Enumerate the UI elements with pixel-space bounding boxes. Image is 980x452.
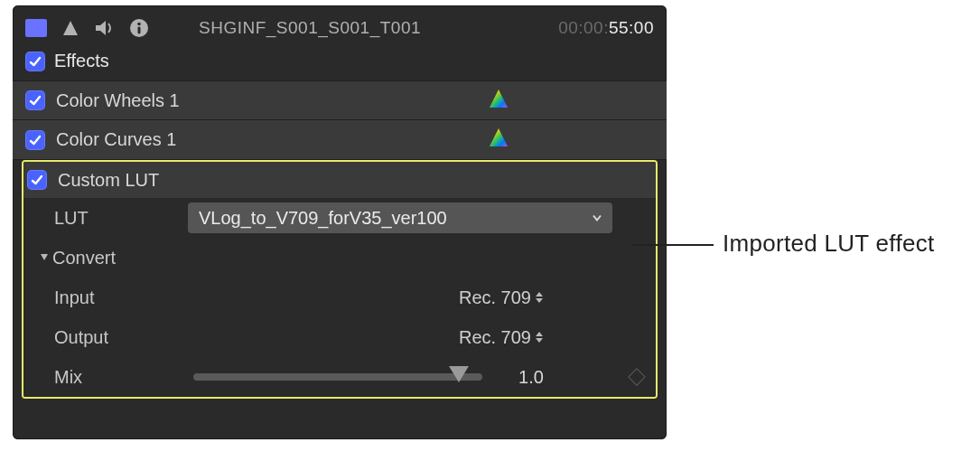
svg-marker-3 [63, 21, 78, 35]
convert-group-header[interactable]: Convert [23, 238, 656, 278]
stepper-icon [535, 331, 544, 344]
effect-checkbox[interactable] [25, 90, 45, 110]
timecode: 00:00:55:00 [558, 18, 654, 38]
effect-row-color-curves[interactable]: Color Curves 1 [13, 120, 667, 160]
effect-checkbox[interactable] [25, 130, 45, 150]
output-value: Rec. 709 [459, 327, 531, 348]
lut-select[interactable]: VLog_to_V709_forV35_ver100 [188, 202, 612, 233]
effect-row-custom-lut[interactable]: Custom LUT [23, 162, 656, 198]
svg-marker-14 [536, 338, 543, 343]
stepper-icon [535, 291, 544, 304]
inspector-panel: SHGINF_S001_S001_T001 00:00:55:00 Effect… [13, 5, 667, 439]
output-param-label: Output [54, 327, 190, 348]
effects-section-label: Effects [54, 51, 109, 71]
mix-param-label: Mix [54, 367, 190, 388]
svg-marker-10 [41, 254, 48, 260]
effect-label: Custom LUT [58, 170, 643, 191]
clip-title: SHGINF_S001_S001_T001 [163, 18, 546, 38]
input-param-row: Input Rec. 709 [23, 278, 656, 317]
audio-tab-icon[interactable] [94, 17, 116, 39]
color-effect-icon[interactable] [488, 127, 509, 153]
lut-select-value: VLog_to_V709_forV35_ver100 [199, 208, 447, 229]
svg-marker-8 [490, 89, 508, 108]
input-value: Rec. 709 [459, 287, 531, 308]
svg-rect-7 [138, 27, 141, 34]
convert-group-label: Convert [52, 248, 188, 268]
mix-param-row: Mix 1.0 [23, 357, 656, 397]
lut-param-label: LUT [54, 208, 188, 229]
svg-marker-12 [536, 298, 543, 303]
effects-section-header[interactable]: Effects [13, 45, 667, 80]
effect-label: Color Wheels 1 [56, 90, 477, 111]
svg-marker-9 [490, 128, 508, 146]
output-param-row: Output Rec. 709 [23, 317, 656, 357]
inspector-topbar: SHGINF_S001_S001_T001 00:00:55:00 [13, 5, 667, 45]
slider-knob-icon[interactable] [449, 366, 469, 382]
chevron-down-icon [591, 208, 603, 229]
timecode-dim: 00:00: [558, 18, 609, 37]
svg-marker-13 [536, 332, 543, 336]
mix-value[interactable]: 1.0 [504, 367, 558, 388]
callout-text: Imported LUT effect [723, 230, 935, 258]
timecode-bright: 55:00 [609, 18, 654, 37]
input-popup[interactable]: Rec. 709 [459, 287, 544, 308]
effect-row-color-wheels[interactable]: Color Wheels 1 [13, 80, 667, 120]
output-popup[interactable]: Rec. 709 [459, 327, 544, 348]
mix-slider[interactable] [193, 373, 482, 381]
input-param-label: Input [54, 287, 190, 308]
video-tab-icon[interactable] [25, 17, 47, 39]
color-tab-icon[interactable] [60, 17, 81, 39]
keyframe-diamond-icon[interactable] [628, 368, 646, 386]
disclosure-triangle-icon[interactable] [36, 247, 52, 268]
effect-label: Color Curves 1 [56, 129, 477, 150]
svg-rect-2 [26, 33, 46, 36]
svg-rect-1 [26, 20, 46, 24]
lut-param-row: LUT VLog_to_V709_forV35_ver100 [23, 198, 656, 238]
color-effect-icon[interactable] [488, 88, 509, 114]
svg-marker-4 [96, 21, 106, 35]
info-tab-icon[interactable] [128, 17, 150, 39]
effect-checkbox[interactable] [27, 170, 47, 190]
effects-master-checkbox[interactable] [25, 52, 45, 71]
svg-marker-11 [536, 292, 543, 297]
svg-point-6 [137, 23, 141, 26]
callout-line [632, 244, 714, 246]
custom-lut-highlighted-block: Custom LUT LUT VLog_to_V709_forV35_ver10… [22, 160, 658, 399]
